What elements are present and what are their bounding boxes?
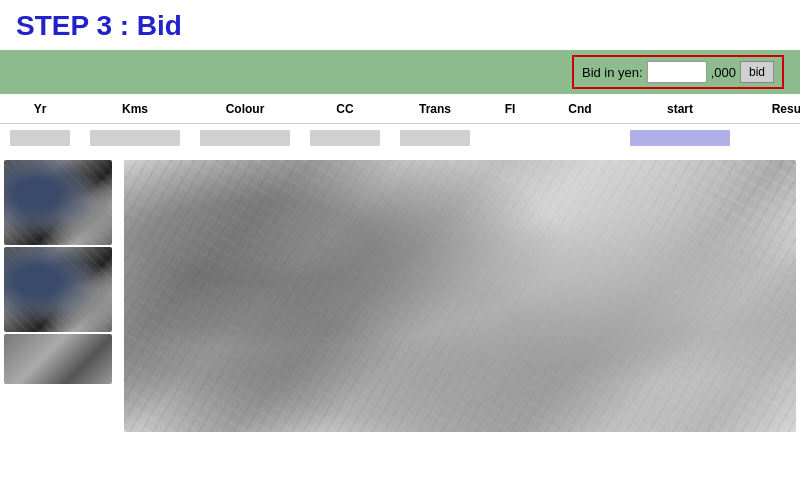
bid-label: Bid in yen: (582, 65, 643, 80)
col-kms: Kms (80, 102, 190, 116)
thumbnail-3[interactable] (4, 334, 112, 384)
col-fi: FI (480, 102, 540, 116)
table-row: 10:26 (0, 124, 800, 152)
cell-yr (0, 130, 80, 146)
col-trans: Trans (390, 102, 480, 116)
page-header: STEP 3 : Bid (0, 0, 800, 50)
col-result: Result (740, 102, 800, 116)
bid-button[interactable]: bid (740, 61, 774, 83)
main-image[interactable] (124, 160, 796, 432)
thumbnail-1[interactable] (4, 160, 112, 245)
thumbnail-2[interactable] (4, 247, 112, 332)
cell-cc (300, 130, 390, 146)
col-cc: CC (300, 102, 390, 116)
col-yr: Yr (0, 102, 80, 116)
bid-thousands-label: ,000 (711, 65, 736, 80)
image-area (0, 156, 800, 436)
cell-kms (80, 130, 190, 146)
table-header: Yr Kms Colour CC Trans FI Cnd start Resu… (0, 94, 800, 124)
cell-colour (190, 130, 300, 146)
page-title: STEP 3 : Bid (16, 10, 784, 42)
cell-result: 10:26 (740, 132, 800, 144)
bid-box: Bid in yen: ,000 bid (572, 55, 784, 89)
col-colour: Colour (190, 102, 300, 116)
bid-bar: Bid in yen: ,000 bid (0, 50, 800, 94)
cell-start (620, 130, 740, 146)
col-start: start (620, 102, 740, 116)
col-cnd: Cnd (540, 102, 620, 116)
thumbnail-strip (0, 156, 120, 436)
cell-trans (390, 130, 480, 146)
bid-input[interactable] (647, 61, 707, 83)
